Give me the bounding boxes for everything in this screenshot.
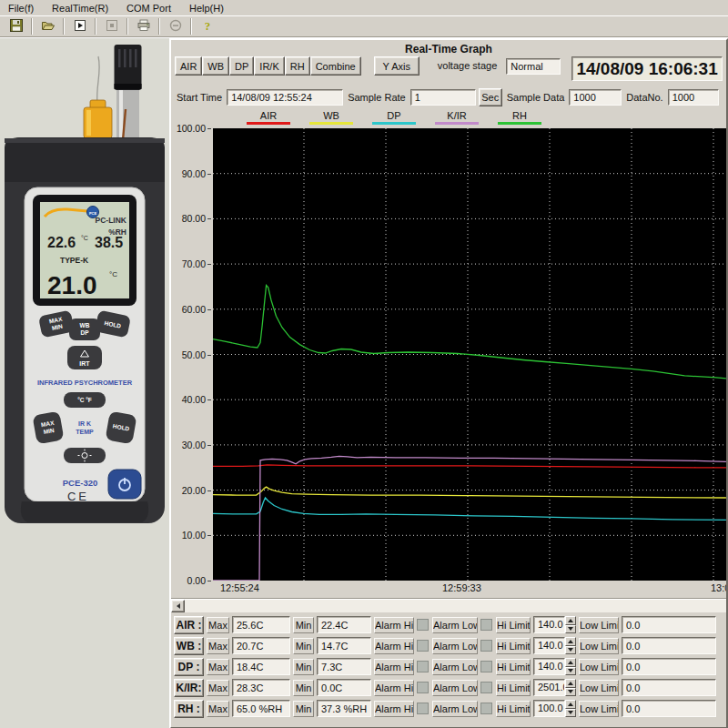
alarm-low-label: Alarm Low	[432, 701, 478, 717]
max-value-dp[interactable]: 18.4C	[232, 658, 290, 675]
help-button[interactable]: ?	[195, 16, 219, 35]
stats-row-kir: K/IR:Max28.3CMin0.0CAlarm HiAlarm LowHi …	[174, 678, 726, 697]
svg-text:°C °F: °C °F	[77, 397, 92, 403]
disconnect-button[interactable]	[163, 16, 187, 35]
spin-up-button[interactable]	[565, 637, 576, 646]
hi-limit-value-kir[interactable]: 2501.0	[533, 679, 565, 696]
min-value-wb[interactable]: 14.7C	[317, 637, 371, 654]
lcd-type-label: TYPE-K	[60, 256, 89, 265]
stats-row-rh: RH :Max65.0 %RHMin37.3 %RHAlarm HiAlarm …	[174, 699, 726, 718]
max-value-wb[interactable]: 20.7C	[232, 637, 290, 654]
hi-limit-value-air[interactable]: 140.0	[533, 616, 565, 633]
lcd-humidity: 38.5	[95, 235, 123, 250]
view-button-combine[interactable]: Combine	[310, 56, 361, 76]
view-button-rh[interactable]: RH	[285, 56, 310, 76]
print-icon	[136, 18, 151, 35]
y-tick-label: 50.00	[182, 349, 206, 360]
stats-row-air: AIR :Max25.6CMin22.4CAlarm HiAlarm LowHi…	[174, 615, 726, 634]
row-button-air[interactable]: AIR :	[174, 616, 204, 634]
max-value-rh[interactable]: 65.0 %RH	[232, 700, 290, 717]
min-value-rh[interactable]: 37.3 %RH	[317, 700, 371, 717]
low-limit-label: Low Limit	[579, 701, 619, 717]
horizontal-scrollbar[interactable]	[171, 598, 726, 612]
spin-down-button[interactable]	[565, 625, 576, 634]
lcd-air-temp: 22.6	[47, 235, 76, 250]
spinner-buttons	[565, 700, 576, 717]
menu-item-com-port[interactable]: COM Port	[124, 2, 174, 15]
spin-down-button[interactable]	[565, 709, 576, 718]
spin-up-button[interactable]	[565, 700, 576, 709]
menu-item-realtime-r[interactable]: RealTime(R)	[49, 2, 111, 15]
spin-up-button[interactable]	[565, 679, 576, 688]
view-button-air[interactable]: AIR	[175, 56, 202, 76]
stop-button[interactable]	[99, 16, 124, 35]
sampling-row: Start Time 14/08/09 12:55:24 Sample Rate…	[175, 86, 723, 108]
svg-text:?: ?	[204, 19, 210, 33]
view-button-dp[interactable]: DP	[229, 56, 254, 76]
min-label: Min	[293, 617, 314, 633]
low-limit-value-air[interactable]: 0.0	[622, 616, 716, 633]
legend-color-bar	[372, 122, 416, 125]
hi-limit-spinner-kir: 2501.0	[533, 679, 576, 696]
row-button-rh[interactable]: RH :	[174, 700, 204, 718]
svg-text:WB: WB	[80, 322, 90, 329]
max-value-air[interactable]: 25.6C	[232, 616, 290, 633]
sample-data-field[interactable]: 1000	[569, 89, 622, 106]
thermocouple-wire	[97, 56, 100, 104]
hi-limit-value-wb[interactable]: 140.0	[533, 637, 565, 654]
scroll-left-button[interactable]	[171, 600, 185, 612]
spin-down-button[interactable]	[565, 667, 576, 676]
pce-logo-text: PCE	[89, 211, 97, 216]
spin-up-button[interactable]	[565, 658, 576, 667]
sec-button[interactable]: Sec	[479, 88, 502, 106]
alarm-low-lamp-kir	[480, 682, 492, 693]
alarm-hi-label: Alarm Hi	[374, 659, 414, 675]
ce-mark: CE	[67, 490, 89, 503]
legend-item-air: AIR	[242, 110, 295, 128]
y-tick-mark	[207, 174, 211, 175]
save-button[interactable]	[4, 16, 28, 35]
main-area: PCE PC-LINK %RH 22.6 °C 38.5 TYPE-K 21.0…	[0, 37, 728, 728]
alarm-hi-label: Alarm Hi	[374, 680, 414, 696]
series-line-rh	[213, 286, 726, 379]
min-value-dp[interactable]: 7.3C	[317, 658, 371, 675]
toolbar-separator	[126, 18, 128, 35]
y-tick-label: 10.00	[182, 530, 206, 541]
legend-color-bar	[309, 122, 353, 125]
data-no-field[interactable]: 1000	[668, 89, 719, 106]
view-button-wb[interactable]: WB	[202, 56, 229, 76]
menu-item-file-f[interactable]: File(f)	[5, 2, 36, 15]
spin-down-button[interactable]	[565, 688, 576, 697]
print-button[interactable]	[131, 16, 156, 35]
hi-limit-value-rh[interactable]: 100.0	[533, 700, 565, 717]
row-button-kir[interactable]: K/IR:	[174, 679, 204, 697]
min-value-kir[interactable]: 0.0C	[317, 679, 371, 696]
device-photo-panel: PCE PC-LINK %RH 22.6 °C 38.5 TYPE-K 21.0…	[0, 38, 169, 728]
sample-rate-field[interactable]: 1	[410, 89, 476, 106]
open-button[interactable]	[35, 16, 60, 35]
max-value-kir[interactable]: 28.3C	[232, 679, 290, 696]
hi-limit-value-dp[interactable]: 140.0	[533, 658, 565, 675]
low-limit-value-rh[interactable]: 0.0	[622, 700, 716, 717]
low-limit-value-wb[interactable]: 0.0	[622, 637, 716, 654]
min-value-air[interactable]: 22.4C	[317, 616, 371, 633]
menu-item-help-h[interactable]: Help(H)	[187, 2, 227, 15]
brand-text: INFRARED PSYCHROMETER	[37, 379, 133, 387]
y-axis-button[interactable]: Y Axis	[374, 56, 420, 76]
start-time-field[interactable]: 14/08/09 12:55:24	[227, 89, 343, 106]
low-limit-value-dp[interactable]: 0.0	[622, 658, 716, 675]
help-icon: ?	[200, 18, 215, 35]
play-button[interactable]	[67, 16, 92, 35]
chart-svg	[213, 128, 726, 581]
spin-down-button[interactable]	[565, 646, 576, 655]
irk-temp-label: IR K	[78, 420, 91, 427]
view-button-ir-k[interactable]: IR/K	[254, 56, 284, 76]
play-icon	[73, 18, 87, 35]
plot-region: 100.0090.0080.0070.0060.0050.0040.0030.0…	[171, 128, 726, 581]
low-limit-value-kir[interactable]: 0.0	[622, 679, 716, 696]
row-button-wb[interactable]: WB :	[174, 637, 204, 655]
x-tick-label: 13:0	[711, 582, 728, 593]
row-button-dp[interactable]: DP :	[174, 658, 204, 676]
spin-up-button[interactable]	[565, 616, 576, 625]
menu-bar: File(f)RealTime(R)COM PortHelp(H)	[0, 0, 728, 15]
